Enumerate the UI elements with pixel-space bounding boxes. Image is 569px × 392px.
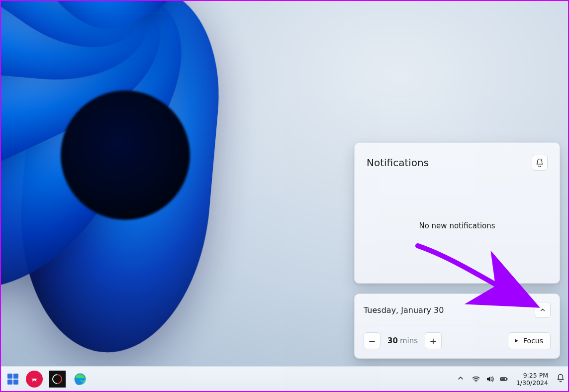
taskbar-clock[interactable]: 9:25 PM 1/30/2024	[515, 371, 549, 388]
focus-duration-value: 30	[387, 336, 398, 345]
minus-icon: −	[368, 336, 376, 346]
focus-button-label: Focus	[523, 337, 543, 345]
svg-rect-5	[501, 378, 505, 380]
windows-start-icon	[7, 374, 18, 385]
battery-icon	[499, 375, 508, 384]
do-not-disturb-icon: z	[535, 158, 544, 167]
taskbar-app-2[interactable]	[49, 371, 66, 388]
focus-start-button[interactable]: Focus	[508, 332, 551, 349]
focus-increase-button[interactable]: +	[425, 332, 442, 349]
start-button[interactable]	[6, 372, 20, 386]
calendar-focus-panel: Tuesday, January 30 − 30mins +	[354, 294, 560, 359]
svg-rect-4	[507, 378, 508, 380]
notifications-bell-icon	[556, 374, 565, 383]
chevron-up-icon	[539, 306, 546, 313]
notifications-panel: Notifications z No new notifications	[354, 142, 560, 284]
focus-duration-stepper: − 30mins +	[364, 332, 442, 349]
taskbar: 9:25 PM 1/30/2024	[1, 366, 568, 391]
volume-icon	[485, 375, 494, 384]
focus-duration-unit: mins	[400, 336, 418, 345]
tray-overflow-button[interactable]	[457, 374, 465, 384]
notification-center-button[interactable]	[556, 374, 565, 385]
svg-text:z: z	[541, 159, 543, 161]
microsoft-edge-icon	[73, 372, 87, 386]
notifications-empty-text: No new notifications	[355, 221, 560, 230]
calendar-date-label[interactable]: Tuesday, January 30	[364, 305, 444, 315]
do-not-disturb-button[interactable]: z	[532, 155, 548, 171]
wifi-icon	[472, 375, 480, 384]
focus-duration-display: 30mins	[387, 336, 418, 345]
quick-settings-button[interactable]	[472, 375, 508, 384]
notifications-title: Notifications	[367, 157, 429, 169]
pinned-app-icon	[30, 375, 39, 384]
desktop-wallpaper[interactable]: Notifications z No new notifications Tue…	[1, 1, 568, 367]
pinned-app-icon	[50, 372, 64, 386]
taskbar-right: 9:25 PM 1/30/2024	[457, 371, 565, 388]
svg-point-2	[475, 381, 476, 382]
play-icon	[513, 338, 519, 344]
calendar-collapse-button[interactable]	[535, 302, 551, 318]
chevron-up-icon	[457, 374, 465, 382]
taskbar-app-1[interactable]	[26, 371, 43, 388]
taskbar-date: 1/30/2024	[516, 379, 548, 387]
plus-icon: +	[429, 336, 437, 346]
wallpaper-bloom-graphic	[1, 1, 394, 367]
taskbar-time: 9:25 PM	[516, 372, 548, 379]
taskbar-pinned-apps	[3, 371, 89, 388]
focus-decrease-button[interactable]: −	[364, 332, 380, 349]
taskbar-edge-button[interactable]	[72, 371, 89, 388]
